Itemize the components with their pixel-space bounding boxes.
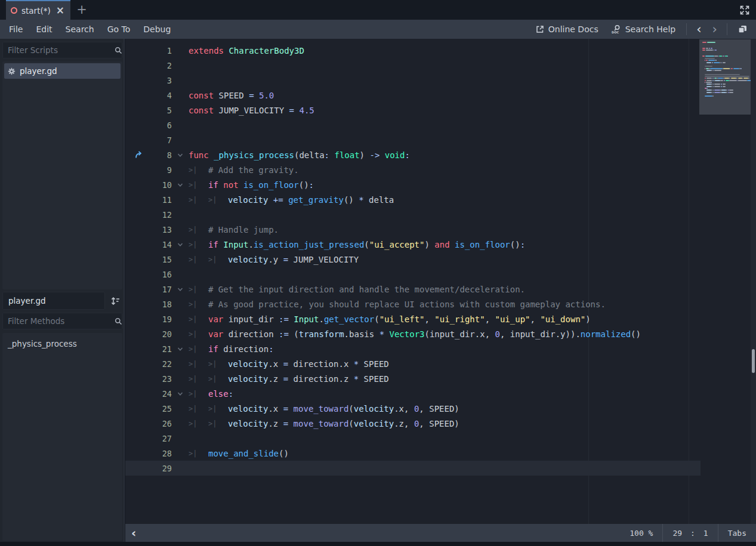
minimap-line xyxy=(705,82,712,83)
current-script-name: player.gd xyxy=(8,296,46,306)
tab-indent-marker: >| xyxy=(189,390,208,398)
code-line[interactable]: 27 xyxy=(125,431,701,446)
menu-go-to[interactable]: Go To xyxy=(101,20,137,39)
code-text: >|if not is_on_floor(): xyxy=(189,180,314,190)
zoom-level[interactable]: 100 % xyxy=(620,524,662,542)
code-line[interactable]: 6 xyxy=(125,118,701,132)
line-number: 12 xyxy=(146,210,172,220)
tab-indent-marker: >| xyxy=(208,196,228,204)
code-line[interactable]: 8func _physics_process(delta: float) -> … xyxy=(125,147,701,162)
fold-toggle[interactable] xyxy=(172,242,189,248)
close-icon[interactable]: × xyxy=(56,5,64,16)
filter-scripts-box xyxy=(2,42,122,58)
code-line[interactable]: 17>|# Get the input direction and handle… xyxy=(125,282,701,297)
filter-methods-input[interactable] xyxy=(3,316,115,326)
search-help-button[interactable]: DOC Search Help xyxy=(606,20,681,39)
fold-chevron-icon xyxy=(177,346,183,352)
scene-tab-start[interactable]: start(*) × xyxy=(6,0,70,20)
panels-icon xyxy=(738,24,748,34)
line-number: 10 xyxy=(146,180,172,190)
code-line[interactable]: 4const SPEED = 5.0 xyxy=(125,88,701,103)
minimap-line xyxy=(705,60,717,61)
line-number: 5 xyxy=(146,106,172,115)
menu-file[interactable]: File xyxy=(2,20,29,39)
code-line[interactable]: 21>|if direction: xyxy=(125,341,701,356)
online-docs-label: Online Docs xyxy=(548,24,598,34)
minimap[interactable] xyxy=(699,39,751,115)
code-line[interactable]: 18>|# As good practice, you should repla… xyxy=(125,297,701,311)
filter-scripts-input[interactable] xyxy=(3,45,115,55)
caret-col: 1 xyxy=(703,529,708,538)
search-help-label: Search Help xyxy=(625,24,675,34)
menu-search[interactable]: Search xyxy=(59,20,101,39)
script-item[interactable]: player.gd xyxy=(4,63,121,79)
line-number: 15 xyxy=(146,255,172,264)
code-text: >|var input_dir := Input.get_vector("ui_… xyxy=(189,314,591,324)
search-icon xyxy=(115,47,122,54)
add-scene-tab-button[interactable]: + xyxy=(75,2,88,17)
code-editor[interactable]: 1extends CharacterBody3D234const SPEED =… xyxy=(125,39,756,524)
code-line[interactable]: 13>|# Handle jump. xyxy=(125,222,701,237)
scrollbar-thumb[interactable] xyxy=(752,349,755,373)
collapse-sidebar-button[interactable]: ‹ xyxy=(125,525,142,541)
line-number: 24 xyxy=(146,389,172,399)
code-line[interactable]: 20>|var direction := (transform.basis * … xyxy=(125,326,701,341)
fold-toggle[interactable] xyxy=(172,346,189,352)
line-number: 20 xyxy=(146,329,172,339)
tab-indent-marker: >| xyxy=(189,166,208,174)
line-number: 1 xyxy=(146,46,172,55)
code-line[interactable]: 9>|# Add the gravity. xyxy=(125,162,701,177)
caret-colon: : xyxy=(690,529,695,538)
indent-mode[interactable]: Tabs xyxy=(718,524,756,542)
code-line[interactable]: 29 xyxy=(125,461,701,476)
code-line[interactable]: 26>|>|velocity.z = move_toward(velocity.… xyxy=(125,416,701,431)
code-text: >|move_and_slide() xyxy=(189,449,289,458)
history-forward-button[interactable]: › xyxy=(708,23,721,35)
code-line[interactable]: 7 xyxy=(125,132,701,147)
menu-edit[interactable]: Edit xyxy=(29,20,58,39)
line-number: 19 xyxy=(146,314,172,324)
minimap-line xyxy=(706,62,726,63)
method-item[interactable]: _physics_process xyxy=(2,333,122,352)
menu-debug[interactable]: Debug xyxy=(137,20,177,39)
expand-fullscreen-icon[interactable] xyxy=(739,4,751,16)
code-line[interactable]: 22>|>|velocity.x = direction.x * SPEED xyxy=(125,356,701,371)
code-line[interactable]: 10>|if not is_on_floor(): xyxy=(125,177,701,192)
history-back-button[interactable]: ‹ xyxy=(692,23,705,35)
code-line[interactable]: 15>|>|velocity.y = JUMP_VELOCITY xyxy=(125,252,701,267)
code-line[interactable]: 5const JUMP_VELOCITY = 4.5 xyxy=(125,103,701,118)
tab-indent-marker: >| xyxy=(189,240,208,249)
fold-toggle[interactable] xyxy=(172,286,189,292)
override-gutter[interactable] xyxy=(125,150,146,159)
code-line[interactable]: 23>|>|velocity.z = direction.z * SPEED xyxy=(125,371,701,386)
fold-toggle[interactable] xyxy=(172,391,189,397)
fold-toggle[interactable] xyxy=(172,152,189,158)
tab-indent-marker: >| xyxy=(189,330,208,338)
code-line[interactable]: 11>|>|velocity += get_gravity() * delta xyxy=(125,192,701,207)
code-line[interactable]: 12 xyxy=(125,207,701,222)
code-line[interactable]: 2 xyxy=(125,58,701,73)
code-line[interactable]: 28>|move_and_slide() xyxy=(125,446,701,461)
tab-indent-marker: >| xyxy=(208,405,228,413)
fold-toggle[interactable] xyxy=(172,182,189,188)
code-line[interactable]: 24>|else: xyxy=(125,386,701,401)
toggle-scripts-panel-button[interactable] xyxy=(733,24,752,34)
current-script-name-field[interactable]: player.gd xyxy=(2,292,105,310)
code-line[interactable]: 25>|>|velocity.x = move_toward(velocity.… xyxy=(125,401,701,416)
vertical-scrollbar[interactable] xyxy=(751,39,756,524)
external-link-icon xyxy=(536,25,544,33)
fold-chevron-icon xyxy=(177,182,183,188)
code-line[interactable]: 19>|var input_dir := Input.get_vector("u… xyxy=(125,311,701,326)
line-number: 29 xyxy=(146,464,172,473)
code-line[interactable]: 16 xyxy=(125,267,701,282)
code-line[interactable]: 14>|if Input.is_action_just_pressed("ui_… xyxy=(125,237,701,252)
tab-indent-marker: >| xyxy=(189,315,208,323)
online-docs-button[interactable]: Online Docs xyxy=(530,20,604,39)
code-line[interactable]: 1extends CharacterBody3D xyxy=(125,43,701,58)
sort-methods-button[interactable] xyxy=(107,292,123,310)
search-doc-icon: DOC xyxy=(612,24,621,34)
tab-indent-marker: >| xyxy=(189,196,208,204)
code-text: >|var direction := (transform.basis * Ve… xyxy=(189,329,641,339)
caret-position[interactable]: 29 : 1 xyxy=(663,524,717,542)
code-line[interactable]: 3 xyxy=(125,73,701,88)
